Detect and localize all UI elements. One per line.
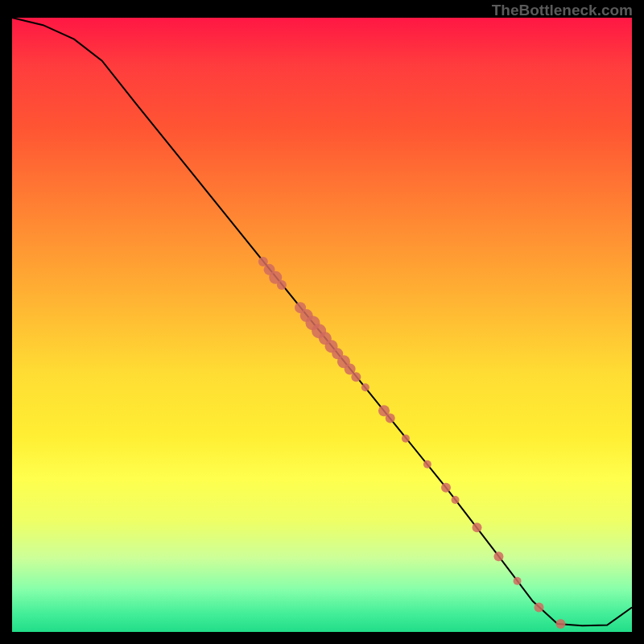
plot-gradient-background xyxy=(12,18,632,632)
chart-container: TheBottleneck.com xyxy=(0,0,644,644)
watermark-text: TheBottleneck.com xyxy=(492,2,633,19)
